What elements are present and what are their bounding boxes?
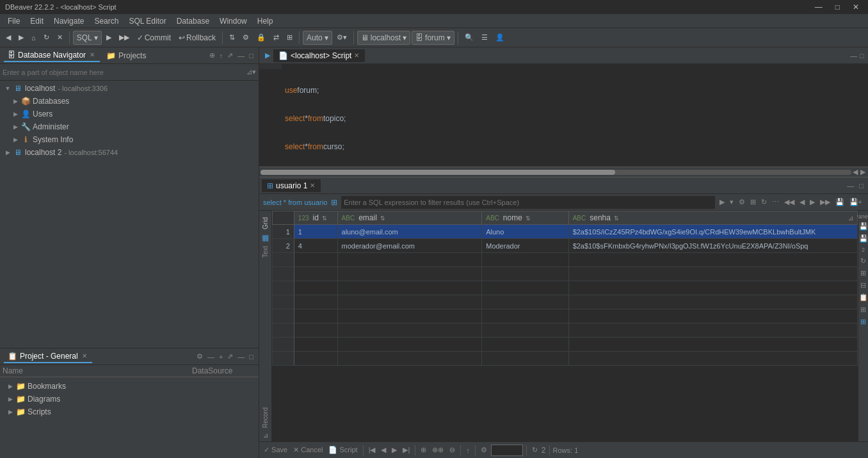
scroll-right[interactable]: ▶ — [859, 167, 867, 177]
results-next-single[interactable]: ▶ — [808, 197, 817, 207]
results-minimize[interactable]: — — [845, 181, 856, 191]
db-nav-close[interactable]: ✕ — [88, 51, 96, 58]
results-prev-single[interactable]: ◀ — [798, 197, 807, 207]
menu-navigate[interactable]: Navigate — [49, 15, 89, 27]
side-tab-record[interactable]: Record — [261, 404, 270, 432]
host-dropdown[interactable]: 🖥 localhost ▾ — [357, 31, 410, 45]
tab-database-navigator[interactable]: 🗄 Database Navigator ✕ — [4, 49, 100, 62]
project-max-btn[interactable]: □ — [248, 351, 255, 362]
email-sort-icon[interactable]: ⇅ — [380, 215, 385, 222]
tab-project-general[interactable]: 📋 Project - General ✕ — [4, 350, 92, 363]
minimize-button[interactable]: — — [811, 3, 826, 12]
grid-icon[interactable]: ▦ — [262, 233, 269, 242]
diagrams-toggle[interactable]: ▶ — [5, 396, 15, 402]
tree-item-localhost[interactable]: ▼ 🖥 localhost - localhost:3306 — [0, 82, 259, 95]
project-remove-btn[interactable]: — — [206, 351, 216, 362]
project-settings-btn[interactable]: ⚙ — [195, 351, 204, 362]
window-controls[interactable]: — □ ✕ — [811, 3, 863, 12]
menu-search[interactable]: Search — [89, 15, 124, 27]
tree-item-users[interactable]: ▶ 👤 Users — [0, 108, 259, 120]
toolbar-tx-settings[interactable]: ⚙▾ — [334, 30, 350, 45]
cell-email-1[interactable]: aluno@email.com — [337, 225, 482, 239]
nav-first[interactable]: |◀ — [367, 445, 378, 455]
menu-help[interactable]: Help — [252, 15, 278, 27]
results-next[interactable]: ▶▶ — [818, 197, 832, 207]
toolbar-save-btn[interactable]: ✓ Save — [262, 445, 289, 455]
administer-toggle[interactable]: ▶ — [10, 124, 20, 130]
localhost-toggle[interactable]: ▼ — [3, 85, 13, 92]
toolbar-back-button[interactable]: ◀ — [3, 30, 14, 45]
toolbar-menu-button[interactable]: ☰ — [478, 30, 491, 45]
filter-copy[interactable]: ⊞ — [748, 197, 758, 207]
nav-next[interactable]: ▶ — [390, 445, 399, 455]
databases-toggle[interactable]: ▶ — [10, 98, 20, 104]
sysinfo-toggle[interactable]: ▶ — [10, 136, 20, 143]
tab-script[interactable]: 📄 <localhost> Script ✕ — [273, 49, 365, 62]
toolbar-search-button[interactable]: 🔍 — [462, 30, 477, 45]
filter-more[interactable]: ⋯ — [770, 197, 781, 207]
refresh-btn[interactable]: ↻ — [530, 445, 540, 455]
toolbar-settings-button[interactable]: ⚙ — [239, 30, 252, 45]
side-panel-btn-3[interactable]: ↻ — [859, 256, 867, 266]
tree-item-localhost2[interactable]: ▶ 🖥 localhost 2 - localhost:56744 — [0, 146, 259, 159]
menu-edit[interactable]: Edit — [25, 15, 49, 27]
toolbar-run-script-button[interactable]: ▶▶ — [116, 30, 133, 45]
project-item-diagrams[interactable]: ▶ 📁 Diagrams — [3, 393, 256, 405]
scripts-toggle[interactable]: ▶ — [5, 409, 15, 415]
side-panel-btn-4[interactable]: ⊞ — [859, 268, 867, 279]
toolbar-lock-button[interactable]: 🔒 — [253, 30, 269, 45]
side-tab-text[interactable]: Text — [261, 242, 270, 261]
id-sort-icon[interactable]: ⇅ — [322, 215, 327, 222]
nav-settings[interactable]: — — [236, 50, 246, 61]
cell-senha-2[interactable]: $2a$10$sFKmbxbG4ryhwPNx/I3pgOJSt.fW1z6Yc… — [568, 239, 857, 253]
side-tab-grid[interactable]: Grid — [261, 213, 270, 233]
toolbar-script-btn[interactable]: 📄 Script — [326, 445, 359, 455]
results-maximize[interactable]: □ — [857, 181, 865, 191]
filter-run[interactable]: ▶ — [718, 197, 727, 207]
localhost2-toggle[interactable]: ▶ — [3, 149, 13, 156]
db-dropdown[interactable]: 🗄 forum ▾ — [412, 31, 454, 45]
senha-filter-icon[interactable]: ⊿ — [848, 215, 853, 222]
toolbar-forward-button[interactable]: ▶ — [15, 30, 27, 45]
bookmarks-toggle[interactable]: ▶ — [5, 383, 15, 389]
settings-btn[interactable]: ⚙ — [479, 445, 489, 455]
cell-id-1[interactable]: 1 — [294, 225, 337, 239]
toolbar-home-button[interactable]: ⌂ — [28, 30, 39, 45]
tree-item-administer[interactable]: ▶ 🔧 Administer — [0, 120, 259, 133]
menu-database[interactable]: Database — [172, 15, 214, 27]
cell-senha-1[interactable]: $2a$10S/iCzZ45RPz4bdWG/xgS4ie9OI.q/CRdHE… — [568, 225, 857, 239]
code-editor[interactable]: use forum; select * from topico; select … — [259, 64, 868, 167]
results-save-all[interactable]: 💾+ — [848, 197, 864, 207]
editor-minimize[interactable]: — — [849, 51, 858, 61]
users-toggle[interactable]: ▶ — [10, 111, 20, 117]
cell-nome-2[interactable]: Moderador — [482, 239, 568, 253]
toolbar-refresh-button[interactable]: ↻ — [40, 30, 52, 45]
cell-nome-1[interactable]: Aluno — [482, 225, 568, 239]
record-icon[interactable]: ⊿ — [263, 432, 268, 439]
maximize-button[interactable]: □ — [832, 3, 844, 12]
side-panel-btn-7[interactable]: ⊞ — [859, 304, 867, 315]
nav-link[interactable]: ⇗ — [226, 50, 234, 61]
commit-button[interactable]: ✓ Commit — [134, 30, 174, 45]
rows-limit-input[interactable]: 200 — [491, 445, 523, 456]
script-tab-close[interactable]: ✕ — [354, 52, 359, 59]
navigator-filter-icon[interactable]: ⊿▾ — [246, 68, 256, 76]
row-copy[interactable]: ⊕⊕ — [430, 445, 446, 455]
toolbar-format-button[interactable]: ⇅ — [226, 30, 238, 45]
editor-run-btn[interactable]: ▶ — [262, 48, 273, 63]
cell-email-2[interactable]: moderador@email.com — [337, 239, 482, 253]
col-header-nome[interactable]: ABC nome ⇅ — [482, 211, 568, 225]
rollback-button[interactable]: ↩ Rollback — [175, 30, 219, 45]
tab-projects[interactable]: 📁 Projects — [102, 50, 150, 61]
table-row[interactable]: 2 4 moderador@email.com Moderador $2a$10… — [273, 239, 858, 253]
filter-input[interactable] — [341, 196, 714, 209]
menu-file[interactable]: File — [3, 15, 25, 27]
editor-maximize[interactable]: □ — [858, 51, 865, 61]
toolbar-cancel-btn[interactable]: ✕ Cancel — [291, 445, 325, 455]
tree-item-sysinfo[interactable]: ▶ ℹ System Info — [0, 133, 259, 146]
project-add-btn[interactable]: + — [218, 351, 224, 362]
side-panel-btn-5[interactable]: ⊟ — [859, 280, 867, 291]
project-item-scripts[interactable]: ▶ 📁 Scripts — [3, 405, 256, 418]
filter-settings[interactable]: ⚙ — [737, 197, 747, 207]
toolbar-stop-button[interactable]: ✕ — [54, 30, 66, 45]
